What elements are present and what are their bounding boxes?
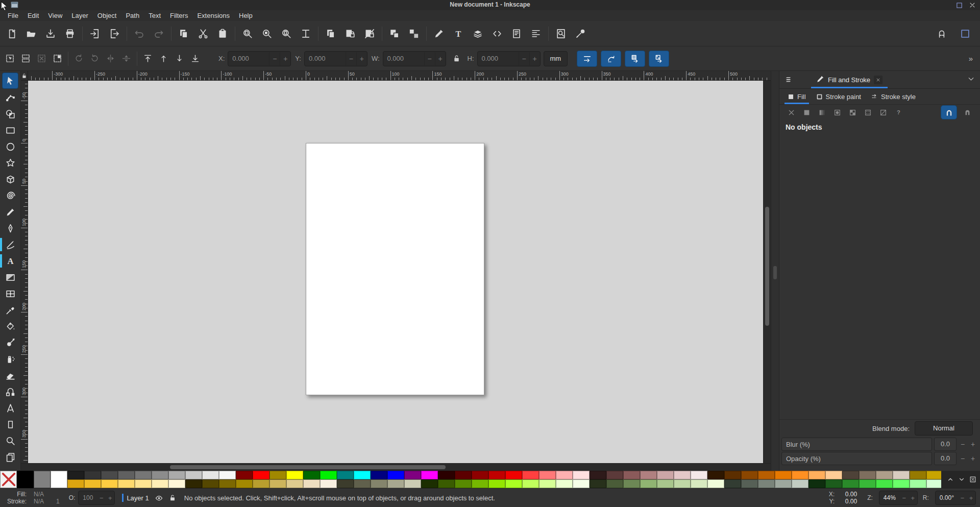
swatch[interactable] — [84, 471, 101, 479]
tab-stroke-style[interactable]: Stroke style — [867, 89, 920, 104]
tab-fill[interactable]: Fill — [783, 89, 810, 104]
tool-selector[interactable] — [2, 73, 18, 89]
swatch[interactable] — [118, 479, 135, 488]
unit-select[interactable]: mm — [544, 51, 568, 66]
rotation-plus-button[interactable]: + — [967, 494, 975, 502]
layer-selector[interactable]: Layer 1 — [127, 494, 149, 502]
swatch[interactable] — [455, 471, 472, 479]
menu-layer[interactable]: Layer — [67, 11, 93, 20]
opacity-slider-minus-button[interactable]: − — [959, 454, 967, 463]
swatch[interactable] — [691, 471, 707, 479]
select-all-button[interactable] — [2, 51, 18, 66]
swatch[interactable] — [438, 471, 455, 479]
swatch[interactable] — [842, 471, 859, 479]
dock-splitter-handle[interactable] — [773, 266, 777, 279]
swatch[interactable] — [84, 479, 101, 488]
display-mode-button[interactable] — [955, 25, 975, 43]
swatch[interactable] — [573, 479, 590, 488]
blend-mode-select[interactable]: Normal — [915, 421, 973, 436]
layer-lock-icon[interactable] — [169, 494, 176, 501]
no-paint-button[interactable] — [785, 106, 798, 118]
swatch[interactable] — [910, 479, 926, 488]
swatch[interactable] — [387, 471, 404, 479]
swatch[interactable] — [859, 479, 876, 488]
transform-patterns-toggle[interactable] — [649, 51, 669, 67]
tool-spray[interactable] — [3, 351, 18, 367]
h-field-minus-button[interactable]: − — [519, 52, 529, 65]
fill-rule-even-odd-button[interactable] — [941, 105, 957, 119]
tool-calligraphy[interactable] — [3, 237, 18, 252]
swatch[interactable] — [910, 471, 926, 479]
group-button[interactable] — [385, 25, 404, 43]
swatch[interactable] — [640, 479, 657, 488]
snapping-toggle-button[interactable] — [932, 25, 951, 43]
zoom-spinner[interactable]: 44% − + — [879, 491, 918, 505]
swatch[interactable] — [691, 479, 707, 488]
w-field[interactable]: 0.000−+ — [383, 51, 446, 66]
enter-groups-button[interactable] — [50, 51, 65, 66]
swatch[interactable] — [640, 471, 657, 479]
text-dialog-button[interactable]: T — [449, 25, 468, 43]
raise-to-top-button[interactable] — [140, 51, 156, 66]
menu-text[interactable]: Text — [144, 11, 165, 20]
mesh-gradient-paint-button[interactable] — [876, 106, 890, 118]
tool-pencil[interactable] — [3, 204, 18, 220]
horizontal-scrollbar[interactable] — [21, 463, 771, 471]
opacity-slider[interactable]: Opacity (%)0.0−+ — [779, 451, 980, 466]
swatch[interactable] — [488, 471, 505, 479]
swatch[interactable] — [404, 479, 421, 488]
canvas-viewport[interactable] — [28, 81, 763, 463]
tool-shape-builder[interactable] — [3, 106, 18, 122]
layers-dialog-button[interactable] — [468, 25, 487, 43]
swatch[interactable] — [472, 479, 488, 488]
swatch[interactable] — [253, 479, 270, 488]
swatch[interactable] — [387, 479, 404, 488]
h-field[interactable]: 0.000−+ — [477, 51, 541, 66]
duplicate-button[interactable] — [321, 25, 340, 43]
tool-ellipse[interactable] — [3, 139, 18, 154]
create-clone-button[interactable] — [340, 25, 360, 43]
opacity-slider-plus-button[interactable]: + — [969, 454, 977, 463]
toolbar-overflow-icon[interactable]: » — [966, 54, 976, 63]
ruler-lock-icon[interactable] — [21, 71, 28, 81]
swatch[interactable] — [876, 479, 893, 488]
swatch[interactable] — [825, 479, 842, 488]
x-field-minus-button[interactable]: − — [269, 52, 280, 65]
swatch[interactable] — [775, 479, 792, 488]
swatch[interactable] — [253, 471, 270, 479]
swatch[interactable] — [590, 471, 606, 479]
tool-mesh-gradient[interactable] — [3, 286, 18, 301]
palette-scroll-down-button[interactable] — [957, 474, 967, 485]
swatch[interactable] — [152, 479, 168, 488]
open-document-button[interactable] — [21, 25, 41, 43]
swatch[interactable] — [707, 479, 724, 488]
swatch[interactable] — [303, 471, 320, 479]
swatch[interactable] — [438, 479, 455, 488]
swatch[interactable] — [522, 471, 539, 479]
swatch[interactable] — [590, 479, 606, 488]
swatch[interactable] — [808, 471, 825, 479]
copy-button[interactable] — [174, 25, 193, 43]
swatch[interactable] — [286, 471, 303, 479]
zoom-page-width-button[interactable] — [296, 25, 315, 43]
swatch[interactable] — [724, 479, 741, 488]
swatch[interactable] — [488, 479, 505, 488]
palette-configure-button[interactable] — [968, 474, 978, 485]
blur-slider[interactable]: Blur (%)0.0−+ — [779, 437, 980, 451]
swatch[interactable] — [371, 479, 387, 488]
swatch[interactable] — [337, 471, 354, 479]
pattern-button[interactable] — [846, 106, 859, 118]
palette-scroll-up-button[interactable] — [945, 474, 955, 485]
tab-fill-and-stroke[interactable]: Fill and Stroke — [811, 71, 888, 88]
lock-ratio-icon[interactable] — [450, 52, 463, 66]
menu-view[interactable]: View — [43, 11, 67, 20]
swatch[interactable] — [67, 479, 84, 488]
swatch[interactable] — [657, 471, 674, 479]
radial-gradient-button[interactable] — [830, 106, 844, 118]
tool-connector[interactable] — [3, 384, 18, 399]
swatch[interactable] — [505, 479, 522, 488]
tool-pages[interactable] — [3, 449, 18, 465]
document-properties-button[interactable] — [507, 25, 526, 43]
swatch[interactable] — [320, 471, 337, 479]
fill-stroke-dialog-button[interactable] — [429, 25, 449, 43]
